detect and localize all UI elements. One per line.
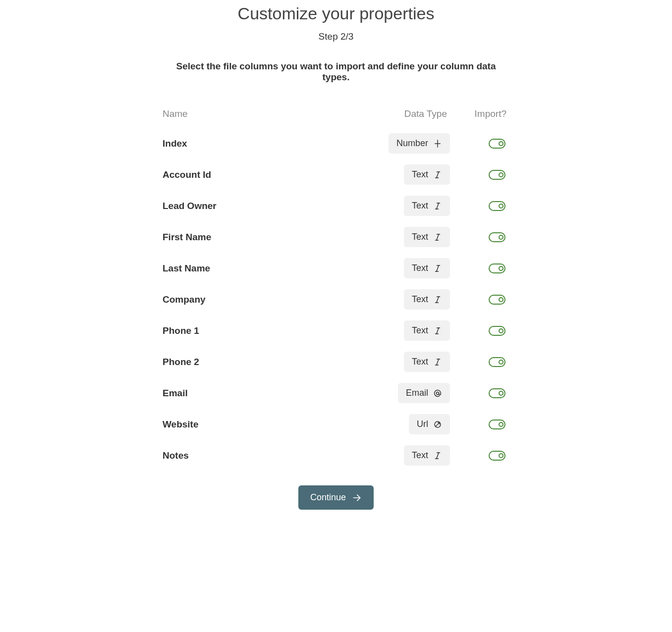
table-row: Phone 2Text <box>163 352 509 372</box>
field-name: Index <box>163 138 381 149</box>
properties-table: Name Data Type Import? IndexNumberAccoun… <box>163 108 509 466</box>
import-cell <box>450 326 509 336</box>
table-row: WebsiteUrl <box>163 414 509 434</box>
datatype-cell: Text <box>381 196 450 216</box>
step-indicator: Step 2/3 <box>163 31 509 42</box>
datatype-label: Text <box>412 294 428 305</box>
datatype-label: Text <box>412 263 428 273</box>
field-name: Account Id <box>163 169 381 180</box>
datatype-selector[interactable]: Text <box>404 320 450 341</box>
import-cell <box>450 420 509 429</box>
table-row: Account IdText <box>163 164 509 185</box>
import-cell <box>450 388 509 398</box>
import-toggle[interactable] <box>489 295 505 305</box>
text-icon <box>433 358 442 367</box>
text-icon <box>433 233 442 242</box>
datatype-cell: Text <box>381 164 450 185</box>
import-cell <box>450 139 509 149</box>
number-icon <box>433 139 442 148</box>
datatype-cell: Text <box>381 320 450 341</box>
svg-line-22 <box>437 359 439 365</box>
datatype-selector[interactable]: Url <box>409 414 450 434</box>
import-toggle[interactable] <box>489 170 505 180</box>
field-name: Phone 1 <box>163 325 381 336</box>
field-name: First Name <box>163 232 381 243</box>
datatype-selector[interactable]: Text <box>404 164 450 185</box>
table-row: IndexNumber <box>163 133 509 154</box>
field-name: Website <box>163 419 381 430</box>
datatype-label: Email <box>406 388 428 398</box>
svg-line-27 <box>436 422 440 426</box>
datatype-cell: Email <box>381 383 450 403</box>
datatype-selector[interactable]: Text <box>404 352 450 372</box>
svg-line-19 <box>437 328 439 334</box>
import-toggle[interactable] <box>489 326 505 336</box>
import-cell <box>450 201 509 211</box>
import-cell <box>450 170 509 180</box>
field-name: Phone 2 <box>163 357 381 368</box>
table-row: CompanyText <box>163 289 509 310</box>
import-toggle[interactable] <box>489 357 505 367</box>
svg-point-25 <box>436 392 439 394</box>
continue-button-label: Continue <box>310 492 346 503</box>
table-row: EmailEmail <box>163 383 509 403</box>
text-icon <box>433 326 442 335</box>
import-toggle[interactable] <box>489 263 505 273</box>
import-cell <box>450 451 509 461</box>
datatype-selector[interactable]: Text <box>404 196 450 216</box>
datatype-cell: Text <box>381 352 450 372</box>
field-name: Company <box>163 294 381 305</box>
table-row: NotesText <box>163 445 509 466</box>
datatype-selector[interactable]: Text <box>404 289 450 310</box>
field-name: Lead Owner <box>163 201 381 211</box>
datatype-label: Text <box>412 201 428 211</box>
import-toggle[interactable] <box>489 201 505 211</box>
table-header: Name Data Type Import? <box>163 108 509 119</box>
continue-button[interactable]: Continue <box>298 485 374 510</box>
datatype-selector[interactable]: Text <box>404 227 450 247</box>
table-row: Lead OwnerText <box>163 196 509 216</box>
field-name: Email <box>163 388 381 399</box>
table-row: Phone 1Text <box>163 320 509 341</box>
table-row: Last NameText <box>163 258 509 278</box>
datatype-cell: Text <box>381 445 450 466</box>
datatype-cell: Text <box>381 258 450 278</box>
text-icon <box>433 264 442 273</box>
datatype-label: Text <box>412 325 428 336</box>
page-title: Customize your properties <box>163 4 509 23</box>
svg-line-7 <box>437 203 439 209</box>
datatype-selector[interactable]: Number <box>389 133 450 154</box>
svg-line-4 <box>437 172 439 178</box>
datatype-label: Text <box>412 232 428 242</box>
datatype-selector[interactable]: Email <box>398 383 450 403</box>
datatype-cell: Url <box>381 414 450 434</box>
text-icon <box>433 451 442 460</box>
import-cell <box>450 232 509 242</box>
datatype-cell: Text <box>381 289 450 310</box>
text-icon <box>433 202 442 211</box>
import-toggle[interactable] <box>489 139 505 149</box>
field-name: Notes <box>163 450 381 461</box>
datatype-selector[interactable]: Text <box>404 445 450 466</box>
text-icon <box>433 295 442 304</box>
svg-line-16 <box>437 297 439 303</box>
svg-point-3 <box>437 146 438 147</box>
import-toggle[interactable] <box>489 232 505 242</box>
datatype-label: Text <box>412 169 428 180</box>
text-icon <box>433 170 442 179</box>
import-cell <box>450 295 509 305</box>
url-icon <box>433 420 442 429</box>
svg-point-2 <box>437 140 438 141</box>
import-toggle[interactable] <box>489 451 505 461</box>
svg-line-10 <box>437 234 439 240</box>
column-header-datatype: Data Type <box>381 108 450 119</box>
import-cell <box>450 357 509 367</box>
arrow-right-icon <box>352 493 362 503</box>
datatype-selector[interactable]: Text <box>404 258 450 278</box>
instructions-text: Select the file columns you want to impo… <box>163 61 509 83</box>
import-toggle[interactable] <box>489 388 505 398</box>
import-toggle[interactable] <box>489 420 505 429</box>
svg-line-28 <box>437 453 439 459</box>
datatype-cell: Text <box>381 227 450 247</box>
datatype-label: Number <box>396 138 428 149</box>
